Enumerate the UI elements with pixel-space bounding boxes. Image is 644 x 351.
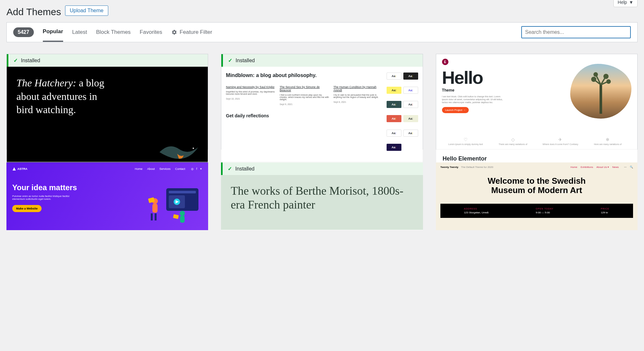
check-icon: ✓ bbox=[228, 57, 232, 63]
nav-link: About bbox=[147, 167, 155, 171]
preview-col: The Second Sex by Simone de Beauvoir I f… bbox=[280, 85, 330, 105]
menu-icon: ⋯ bbox=[624, 166, 627, 169]
tab-favorites[interactable]: Favorites bbox=[140, 23, 162, 41]
tree-icon bbox=[588, 69, 614, 114]
help-button[interactable]: Help ▼ bbox=[613, 0, 638, 7]
swatch-label: Aa bbox=[408, 103, 412, 106]
feature-filter-label: Feature Filter bbox=[180, 29, 212, 35]
site-brand: Twenty Twenty The Default Theme for 2020 bbox=[440, 166, 493, 169]
nav-link: Home bbox=[135, 167, 142, 171]
nav-link: About Us ▾ bbox=[596, 166, 609, 169]
preview-text: 9:00 — 5:00 bbox=[536, 211, 553, 214]
preview-text: ASTRA bbox=[17, 167, 27, 171]
svg-rect-1 bbox=[600, 85, 602, 114]
feature-item: ❄Here are many variations of bbox=[584, 137, 631, 145]
theme-count-pill: 5427 bbox=[13, 27, 34, 37]
preview-text: Here are many variations of bbox=[584, 143, 631, 145]
preview-text: Get daily reflections bbox=[226, 113, 383, 118]
preview-text: The Default Theme for 2020 bbox=[461, 166, 493, 169]
tab-latest[interactable]: Latest bbox=[72, 23, 87, 41]
preview-col: The Human Condition by Hannah Arendt I t… bbox=[333, 85, 383, 105]
theme-preview: The works of Berthe Morisot, 1800s-era F… bbox=[221, 175, 423, 230]
preview-title: Mindblown: a blog about philosophy. bbox=[226, 73, 383, 78]
preview-text: Pulvinar enim ac tortor nulla facilisi t… bbox=[12, 195, 77, 200]
preview-text: 129 kr bbox=[601, 211, 609, 214]
svg-point-4 bbox=[603, 74, 609, 79]
svg-point-2 bbox=[591, 77, 596, 82]
preview-label: OPEN TODAY bbox=[536, 208, 553, 210]
swatch: Aa: bbox=[387, 73, 401, 80]
person-icon bbox=[173, 211, 185, 223]
theme-preview: E Hello Theme I am text block. Click edi… bbox=[436, 54, 637, 149]
installed-label: Installed bbox=[235, 58, 255, 63]
preview-text: Welcome to the Swedish bbox=[488, 176, 586, 186]
filter-bar: 5427 Popular Latest Block Themes Favorit… bbox=[6, 22, 638, 42]
preview-text: Sept 10, 2021 bbox=[226, 98, 276, 100]
info-col: OPEN TODAY9:00 — 5:00 bbox=[536, 208, 553, 214]
chevron-down-icon: ▼ bbox=[629, 0, 633, 5]
hero-image bbox=[570, 64, 631, 119]
tab-block-themes[interactable]: Block Themes bbox=[96, 23, 130, 41]
swatch-label: Aa bbox=[391, 146, 395, 149]
swatch: Aa: bbox=[403, 115, 418, 122]
preview-cta: Make a Website bbox=[12, 205, 42, 212]
person-icon bbox=[148, 197, 158, 220]
tab-popular[interactable]: Popular bbox=[43, 23, 63, 42]
theme-preview: Twenty Twenty The Default Theme for 2020… bbox=[436, 162, 638, 230]
preview-text: The Second Sex by Simone de Beauvoir bbox=[280, 85, 330, 92]
tab-feature-filter[interactable]: Feature Filter bbox=[171, 29, 212, 35]
theme-card-twenty-twenty[interactable]: Twenty Twenty The Default Theme for 2020… bbox=[436, 162, 638, 230]
instagram-icon: ◎ bbox=[191, 167, 194, 171]
preview-text: I am text block. Click edit button to ch… bbox=[442, 95, 506, 104]
installed-badge: ✓ Installed bbox=[221, 54, 422, 67]
theme-card-hello-elementor[interactable]: E Hello Theme I am text block. Click edi… bbox=[436, 54, 638, 150]
info-strip: ADDRESS123 Storgatan, Umeå OPEN TODAY9:0… bbox=[440, 204, 633, 218]
illustration bbox=[147, 185, 202, 227]
swatch: Aa: bbox=[403, 130, 418, 137]
installed-label: Installed bbox=[235, 166, 255, 172]
feature-item: ✈Where does it come from? Contrary bbox=[537, 137, 584, 145]
swatch: Aa: bbox=[387, 130, 401, 137]
themes-grid: ✓ Installed The Hatchery: a blog about a… bbox=[6, 54, 638, 230]
search-icon: 🔍 bbox=[630, 166, 633, 169]
facebook-icon: f bbox=[196, 167, 197, 171]
preview-text: Inspirited by this wind of promise, my d… bbox=[226, 91, 276, 95]
preview-text: Where does it come from? Contrary bbox=[537, 143, 584, 145]
preview-text: Museum of Modern Art bbox=[491, 185, 582, 195]
svg-rect-18 bbox=[173, 214, 179, 219]
theme-card-astra[interactable]: ASTRA Home About Services Contact ◎ f ✦ bbox=[6, 162, 208, 230]
swatch-label: Aa bbox=[408, 89, 412, 92]
check-icon: ✓ bbox=[228, 166, 232, 172]
installed-badge: ✓ Installed bbox=[7, 54, 208, 67]
swatch-label: Aa bbox=[391, 89, 395, 92]
preview-cta: Launch Project → bbox=[442, 107, 469, 113]
swatch: Aa: bbox=[387, 101, 401, 108]
check-icon: ✓ bbox=[14, 57, 18, 63]
theme-card-twenty-twenty-three[interactable]: ✓ Installed Mindblown: a blog about phil… bbox=[221, 54, 423, 150]
search-input[interactable] bbox=[521, 26, 631, 38]
svg-rect-14 bbox=[151, 213, 153, 220]
installed-badge: ✓ Installed bbox=[221, 162, 423, 175]
swatch-label: Aa bbox=[391, 74, 395, 78]
preview-col: Naming and Necessity by Saul Kripke Insp… bbox=[226, 85, 276, 105]
theme-card-twenty-twenty-two[interactable]: ✓ Installed The Hatchery: a blog about a… bbox=[6, 54, 208, 150]
nav-link: Home bbox=[571, 166, 577, 169]
theme-preview: ASTRA Home About Services Contact ◎ f ✦ bbox=[6, 162, 208, 230]
theme-card-berthe[interactable]: ✓ Installed The works of Berthe Morisot,… bbox=[221, 162, 423, 230]
nav-link: Services bbox=[159, 167, 171, 171]
logo-icon bbox=[12, 167, 16, 171]
svg-rect-12 bbox=[152, 204, 158, 213]
upload-theme-button[interactable]: Upload Theme bbox=[65, 5, 109, 16]
swatch: Aa: bbox=[403, 87, 418, 94]
preview-label: PRICE bbox=[601, 208, 609, 210]
swatch-label: Aa bbox=[391, 103, 395, 106]
preview-text: Sept 8, 2021 bbox=[333, 101, 383, 103]
elementor-logo-icon: E bbox=[442, 59, 448, 65]
svg-rect-7 bbox=[169, 191, 196, 193]
installed-label: Installed bbox=[21, 58, 40, 63]
nav-link: Exhibitions bbox=[581, 166, 593, 169]
swatch-label: Aa bbox=[408, 74, 412, 78]
color-swatches: Aa: Aa: Aa: Aa: Aa: Aa: Aa: Aa: Aa: Aa: … bbox=[387, 73, 418, 156]
swatch: Aa: bbox=[387, 144, 401, 151]
swatch-label: Aa bbox=[391, 132, 395, 135]
